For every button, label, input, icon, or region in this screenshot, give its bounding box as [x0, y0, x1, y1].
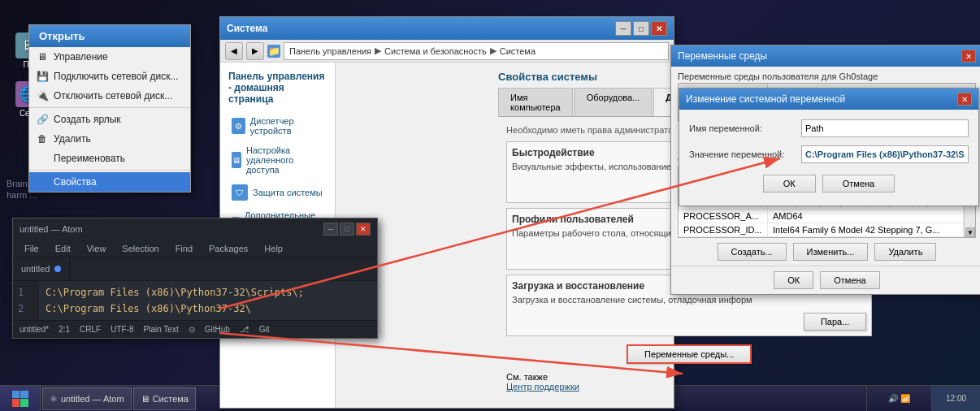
var-name-input[interactable]	[801, 119, 969, 137]
maximize-button[interactable]: □	[633, 21, 649, 36]
context-menu-item-connect-drive[interactable]: 💾 Подключить сетевой диск...	[29, 67, 190, 86]
context-menu-item-shortcut[interactable]: 🔗 Создать ярлык	[29, 110, 190, 129]
sys-props-title: Система	[227, 23, 615, 34]
close-button[interactable]: ✕	[651, 21, 667, 36]
menu-help[interactable]: Help	[258, 242, 289, 255]
see-also: См. также Центр поддержки	[506, 372, 872, 392]
atom-file-tab[interactable]: untitled	[13, 257, 70, 280]
menu-edit[interactable]: Edit	[49, 242, 77, 255]
sys-cell-processor-a-val: AMD64	[768, 210, 964, 223]
context-menu: Открыть 🖥 Управление 💾 Подключить сетево…	[28, 24, 191, 193]
atom-maximize-button[interactable]: □	[340, 223, 354, 236]
address-bar: ◀ ▶ 📁 Панель управления ▶ Система и безо…	[220, 40, 674, 63]
minimize-button[interactable]: ─	[615, 21, 631, 36]
clock: 12:00	[931, 386, 980, 411]
code-line-2: C:\Program Files (x86)\Python37-32\	[46, 301, 371, 317]
env-vars-close-button[interactable]: ✕	[961, 50, 976, 63]
scroll-down-button[interactable]: ▼	[965, 227, 975, 237]
back-button[interactable]: ◀	[225, 42, 243, 60]
tray-icons: 🔊 📶	[888, 394, 910, 403]
edit-var-titlebar: Изменение системной переменной ✕	[679, 89, 978, 110]
sys-row-processor-a[interactable]: PROCESSOR_A... AMD64	[679, 210, 975, 223]
menu-view[interactable]: View	[80, 242, 113, 255]
delete-icon: 🗑	[36, 132, 49, 145]
env-ok-button[interactable]: ОК	[774, 271, 813, 289]
var-value-label: Значение переменной:	[689, 149, 795, 159]
breadcrumb-security: Система и безопасность	[384, 46, 487, 56]
boot-text: Загрузка и восстановление системы, отлад…	[512, 295, 866, 305]
left-panel-title: Панель управления - домашняя страница	[228, 71, 327, 105]
env-vars-title: Переменные среды	[678, 50, 961, 62]
env-btn-container: Переменные среды...	[506, 344, 872, 364]
edit-var-close-button[interactable]: ✕	[957, 93, 972, 106]
breadcrumb-arrow-1: ▶	[375, 45, 381, 56]
atom-icon: ⚛	[50, 394, 58, 405]
connect-drive-icon: 💾	[36, 70, 49, 83]
system-properties-window: Система ─ □ ✕ ◀ ▶ 📁 Панель управления ▶ …	[219, 16, 674, 409]
context-menu-item-rename[interactable]: Переименовать	[29, 149, 190, 168]
env-vars-bottom-btns: ОК Отмена	[671, 266, 980, 294]
remote-icon: 🖥	[232, 152, 241, 168]
sys-change-button[interactable]: Изменить...	[793, 243, 869, 261]
start-button[interactable]	[0, 386, 41, 411]
menu-packages[interactable]: Packages	[202, 242, 254, 255]
context-menu-item-properties[interactable]: Свойства	[29, 172, 190, 192]
left-link-devices[interactable]: ⚙ Диспетчер устройств	[228, 113, 327, 139]
sys-props-titlebar: Система ─ □ ✕	[220, 17, 674, 40]
context-menu-item-disconnect-drive[interactable]: 🔌 Отключить сетевой диск...	[29, 86, 190, 106]
atom-close-button[interactable]: ✕	[356, 223, 371, 236]
github-icon: ⊙	[189, 325, 195, 334]
protection-icon: 🛡	[232, 184, 248, 201]
menu-find[interactable]: Find	[169, 242, 199, 255]
left-link-remote[interactable]: 🖥 Настройка удаленного доступа	[228, 142, 327, 178]
var-value-input[interactable]	[801, 145, 969, 163]
atom-title: untitled — Atom	[20, 224, 323, 234]
sys-create-button[interactable]: Создать...	[718, 243, 787, 261]
sys-cell-processor-id-val: Intel64 Family 6 Model 42 Stepping 7, G.…	[768, 223, 964, 236]
tab-hardware[interactable]: Оборудова...	[575, 88, 653, 116]
env-cancel-button[interactable]: Отмена	[820, 271, 879, 289]
branch-icon: ⎇	[240, 325, 249, 334]
code-line-1: C:\Program Files (x86)\Python37-32\Scrip…	[46, 284, 371, 301]
edit-var-title: Изменение системной переменной	[686, 93, 845, 105]
breadcrumb-system: Система	[500, 46, 536, 56]
edit-var-dialog: Изменение системной переменной ✕ Имя пер…	[679, 88, 979, 206]
atom-minimize-button[interactable]: ─	[323, 223, 338, 236]
left-link-protection[interactable]: 🛡 Защита системы	[228, 181, 327, 204]
boot-para-button[interactable]: Пара...	[804, 313, 866, 331]
sys-row-processor-id[interactable]: PROCESSOR_ID... Intel64 Family 6 Model 4…	[679, 223, 975, 237]
manage-icon: 🖥	[36, 50, 49, 63]
context-menu-item-manage[interactable]: 🖥 Управление	[29, 47, 190, 67]
folder-icon: 📁	[267, 45, 280, 58]
devices-icon: ⚙	[232, 118, 245, 134]
menu-file[interactable]: File	[18, 242, 46, 255]
window-controls: ─ □ ✕	[615, 21, 667, 36]
breadcrumb-panel: Панель управления	[289, 46, 371, 56]
edit-var-cancel-button[interactable]: Отмена	[822, 175, 895, 193]
taskbar-item-atom[interactable]: ⚛ untitled — Atom	[42, 387, 132, 410]
forward-button[interactable]: ▶	[246, 42, 264, 60]
edit-var-content: Имя переменной: Значение переменной: ОК …	[679, 110, 978, 206]
menu-selection[interactable]: Selection	[115, 242, 165, 255]
var-name-label: Имя переменной:	[689, 123, 795, 133]
edit-var-ok-button[interactable]: ОК	[763, 175, 816, 193]
var-name-row: Имя переменной:	[689, 119, 969, 137]
env-vars-button[interactable]: Переменные среды...	[627, 344, 752, 364]
atom-statusbar: untitled* 2:1 CRLF UTF-8 Plain Text ⊙ Gi…	[13, 320, 377, 338]
code-editor[interactable]: C:\Program Files (x86)\Python37-32\Scrip…	[39, 281, 377, 320]
support-center-link[interactable]: Центр поддержки	[506, 382, 579, 392]
tab-computer-name[interactable]: Имя компьютера	[498, 88, 573, 116]
address-path: Панель управления ▶ Система и безопаснос…	[284, 42, 669, 60]
sys-delete-button[interactable]: Удалить	[874, 243, 936, 261]
unsaved-indicator	[54, 266, 61, 272]
atom-window-controls: ─ □ ✕	[323, 223, 371, 236]
context-menu-item-delete[interactable]: 🗑 Удалить	[29, 129, 190, 149]
taskbar-atom-label: untitled — Atom	[61, 394, 124, 404]
atom-file-tabs: untitled	[13, 257, 377, 281]
taskbar-item-sys[interactable]: 🖥 Система	[133, 387, 196, 410]
atom-editor-area: 1 2 C:\Program Files (x86)\Python37-32\S…	[13, 281, 377, 320]
sys-icon: 🖥	[141, 394, 150, 404]
separator-1	[29, 107, 190, 108]
desktop: 🖥 ПК 🌐 Сеть Brains harm ... Открыть 🖥 Уп…	[0, 0, 980, 411]
boot-para-btn: Пара...	[512, 313, 866, 331]
